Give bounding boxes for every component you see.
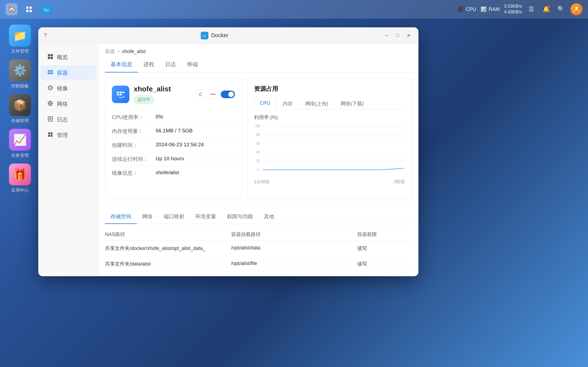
- resource-panel: 资源占用 CPU 内存 网络(上传) 网络(下载) 利用率 (%): [247, 78, 412, 200]
- row1-mount-path: /opt/alist/data: [231, 245, 357, 252]
- desktop-icon-storage[interactable]: 📦 存储管理: [5, 94, 35, 124]
- mem-usage-row: 内存使用量： 56.1MB / 7.5GB: [112, 124, 235, 138]
- desktop-icon-apps[interactable]: 🎁 应用中心: [5, 164, 35, 193]
- container-icon: [47, 69, 54, 76]
- chart-time-start: 1分钟前: [254, 179, 270, 185]
- minimize-button[interactable]: ─: [382, 31, 391, 40]
- image-label: 镜像信息：: [112, 170, 156, 177]
- container-header: xhofe_alist 运行中: [112, 85, 235, 104]
- status-badge: 运行中: [134, 95, 154, 104]
- bottom-tab-env[interactable]: 环境变量: [190, 210, 222, 224]
- svg-rect-19: [120, 92, 122, 93]
- desktop-icon-control[interactable]: ⚙️ 控制面板: [5, 59, 35, 89]
- more-button[interactable]: •••: [208, 89, 218, 99]
- svg-rect-14: [48, 132, 50, 134]
- ram-icon: 📊: [481, 6, 487, 12]
- svg-text:60: 60: [256, 141, 260, 146]
- image-row: 镜像信息： xhofe/alist: [112, 166, 235, 180]
- desktop-icon-files[interactable]: 📁 文件管理: [5, 25, 35, 54]
- overview-icon: [47, 54, 54, 61]
- sidebar-item-network[interactable]: 网络: [40, 97, 96, 112]
- table-row: 共享文件夹/data/alist /opt/alist/file 读写: [105, 256, 412, 272]
- resource-tab-net-down[interactable]: 网络(下载): [335, 97, 369, 110]
- bottom-tab-storage[interactable]: 存储空间: [105, 210, 137, 224]
- container-info-card: xhofe_alist 运行中: [105, 78, 242, 200]
- network-icon: [47, 101, 54, 107]
- cpu-usage-label: CPU使用率：: [112, 114, 156, 121]
- svg-point-10: [48, 86, 53, 90]
- chart-area: 100 80 60 40 20 0: [254, 123, 405, 178]
- tab-basic[interactable]: 基本信息: [105, 57, 138, 72]
- breadcrumb-parent[interactable]: 容器: [105, 48, 115, 55]
- container-status-area: 运行中: [134, 95, 191, 104]
- tab-log[interactable]: 日志: [160, 57, 182, 72]
- cpu-label: CPU: [466, 7, 476, 12]
- bottom-tab-permission[interactable]: 权限与功能: [222, 210, 258, 224]
- desktop-icon-task[interactable]: 📈 任务管理: [5, 129, 35, 159]
- menu-button[interactable]: ☰: [526, 4, 537, 14]
- uptime-label: 连续运行时间：: [112, 156, 156, 163]
- desktop-icon-files-label: 文件管理: [11, 49, 29, 54]
- sidebar-item-log[interactable]: 日志: [40, 112, 96, 127]
- bottom-tabs: 存储空间 网络 端口映射 环境变量 权限与功能 其他: [105, 205, 412, 224]
- ram-label: RAM: [489, 7, 500, 12]
- taskbar-left: 🏠 🐳: [5, 3, 53, 15]
- svg-rect-1: [30, 7, 32, 9]
- scrollable-content: xhofe_alist 运行中: [98, 72, 418, 276]
- breadcrumb: 容器 > xhofe_alist: [98, 44, 418, 57]
- container-toggle[interactable]: [221, 91, 235, 98]
- svg-rect-21: [117, 94, 119, 95]
- tab-terminal[interactable]: 终端: [182, 57, 203, 72]
- docker-taskbar-icon[interactable]: 🐳: [40, 3, 53, 15]
- table-header: NAS路径 容器挂载路径 容器权限: [105, 228, 412, 241]
- sidebar-item-mirror[interactable]: 镜像: [40, 81, 96, 96]
- maximize-button[interactable]: □: [393, 31, 402, 40]
- chart-time-end: 0秒前: [394, 179, 405, 185]
- sidebar-item-manage[interactable]: 管理: [40, 128, 96, 143]
- bottom-tab-port[interactable]: 端口映射: [158, 210, 190, 224]
- cpu-status: ⬛ CPU: [458, 6, 476, 12]
- user-avatar[interactable]: [570, 3, 583, 15]
- close-button[interactable]: ✕: [404, 31, 413, 40]
- breadcrumb-current: xhofe_alist: [122, 49, 146, 54]
- refresh-button[interactable]: [196, 89, 205, 99]
- notification-button[interactable]: 🔔: [541, 4, 551, 14]
- col-permission: 容器权限: [357, 231, 412, 238]
- uptime-value: Up 10 hours: [156, 156, 235, 162]
- resource-tab-cpu[interactable]: CPU: [254, 97, 276, 110]
- svg-rect-2: [26, 10, 28, 12]
- cpu-usage-value: 0%: [156, 114, 235, 120]
- sidebar: 概览 容器 镜像: [38, 44, 98, 276]
- create-time-row: 创建时间： 2024-06-23 12:56:24: [112, 138, 235, 152]
- sidebar-manage-label: 管理: [57, 132, 68, 139]
- svg-rect-17: [51, 135, 53, 137]
- bottom-tab-network[interactable]: 网络: [137, 210, 158, 224]
- bottom-tab-other[interactable]: 其他: [258, 210, 280, 224]
- grid-button[interactable]: [23, 3, 35, 15]
- tab-process[interactable]: 进程: [138, 57, 160, 72]
- sidebar-item-overview[interactable]: 概览: [40, 50, 96, 65]
- help-button[interactable]: ?: [44, 32, 47, 39]
- window-title-text: Docker: [211, 32, 228, 39]
- create-time-value: 2024-06-23 12:56:24: [156, 142, 235, 148]
- svg-rect-6: [51, 54, 53, 56]
- resource-tabs: CPU 内存 网络(上传) 网络(下载): [254, 97, 405, 110]
- docker-logo-icon: 🐳: [201, 32, 208, 39]
- log-icon: [47, 116, 54, 123]
- sidebar-mirror-label: 镜像: [57, 85, 68, 92]
- row1-permission: 读写: [357, 245, 412, 252]
- image-value: xhofe/alist: [156, 170, 235, 176]
- sidebar-network-label: 网络: [57, 100, 68, 108]
- svg-text:0: 0: [257, 168, 259, 172]
- svg-rect-22: [120, 94, 122, 95]
- resource-tab-memory[interactable]: 内存: [277, 97, 298, 110]
- window-body: 概览 容器 镜像: [38, 44, 418, 276]
- storage-table: NAS路径 容器挂载路径 容器权限 共享文件夹/docker/xhofe_ali…: [105, 228, 412, 272]
- svg-rect-3: [30, 10, 32, 12]
- sidebar-item-container[interactable]: 容器: [40, 65, 96, 80]
- home-button[interactable]: 🏠: [5, 3, 18, 15]
- resource-tab-net-up[interactable]: 网络(上传): [299, 97, 334, 110]
- chart-y-label: 利用率 (%): [254, 114, 405, 121]
- search-button[interactable]: 🔍: [556, 4, 566, 14]
- svg-text:20: 20: [256, 159, 260, 163]
